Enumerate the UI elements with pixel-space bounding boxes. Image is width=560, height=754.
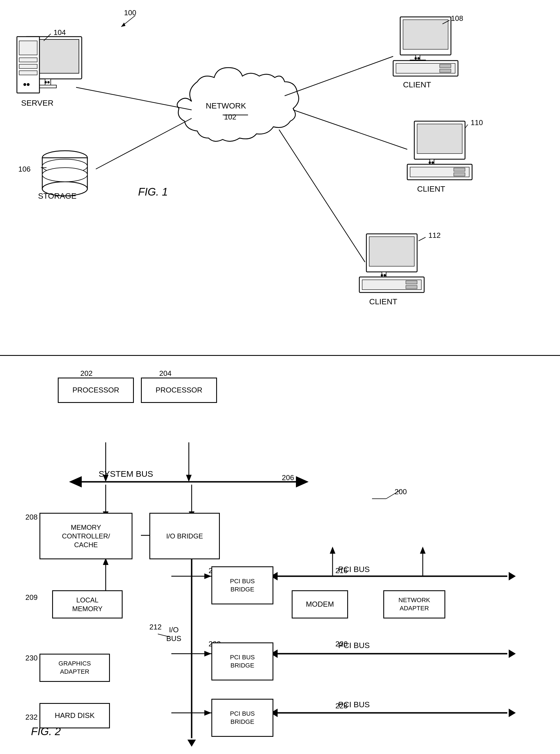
diagram-container: 100 104 SERVER 106 STORAGE NETWORK 102 1… <box>0 0 560 754</box>
fig2-graphics-adapter-box: GRAPHICSADAPTER <box>39 654 110 682</box>
fig1-label-client1: CLIENT <box>403 80 431 89</box>
svg-marker-95 <box>509 709 516 717</box>
svg-rect-9 <box>19 64 37 68</box>
fig2-pci-bus-bridge3-box: PCI BUSBRIDGE <box>212 699 273 737</box>
svg-rect-18 <box>400 17 451 55</box>
svg-rect-36 <box>454 168 465 171</box>
section-divider <box>0 355 560 356</box>
fig1-label-server: SERVER <box>21 99 54 108</box>
fig1-ref-102: 102 <box>224 113 236 121</box>
fig1-label-client2: CLIENT <box>417 185 445 193</box>
svg-rect-20 <box>416 55 420 61</box>
fig2-ref-200: 200 <box>395 487 407 496</box>
svg-marker-87 <box>204 651 212 656</box>
fig2-pci-bus3-label: PCI BUS <box>338 700 370 709</box>
svg-rect-7 <box>19 41 37 55</box>
svg-rect-30 <box>430 159 434 165</box>
svg-marker-62 <box>69 476 82 487</box>
svg-marker-90 <box>509 650 516 658</box>
svg-rect-39 <box>369 237 414 266</box>
svg-marker-85 <box>420 547 425 554</box>
svg-point-5 <box>47 81 49 83</box>
svg-line-48 <box>76 87 192 110</box>
svg-point-13 <box>42 151 87 165</box>
svg-marker-83 <box>330 547 335 554</box>
fig1-ref-106: 106 <box>18 165 31 174</box>
fig2-ref-206: 206 <box>282 473 294 482</box>
svg-marker-54 <box>121 23 125 27</box>
fig2-processor2-box: PROCESSOR <box>141 378 217 403</box>
svg-rect-46 <box>406 281 417 284</box>
svg-line-58 <box>465 125 468 128</box>
svg-rect-14 <box>42 158 87 189</box>
svg-line-53 <box>121 16 135 27</box>
fig2-ref-230: 230 <box>25 654 38 663</box>
fig2-processor1-box: PROCESSOR <box>58 378 134 403</box>
svg-line-51 <box>293 110 407 149</box>
svg-rect-25 <box>396 63 455 73</box>
fig1-ref-100: 100 <box>124 8 136 17</box>
svg-rect-44 <box>359 277 424 292</box>
svg-rect-47 <box>406 285 417 289</box>
svg-rect-26 <box>440 64 451 68</box>
svg-rect-21 <box>410 60 425 63</box>
svg-rect-0 <box>25 37 82 79</box>
svg-marker-81 <box>509 572 516 580</box>
svg-rect-6 <box>17 37 39 93</box>
svg-rect-37 <box>454 173 465 176</box>
svg-point-23 <box>417 57 420 59</box>
svg-point-42 <box>381 274 383 277</box>
fig2-local-memory-box: LOCALMEMORY <box>52 590 123 618</box>
fig2-modem-box: MODEM <box>292 590 348 618</box>
fig2-hard-disk-box: HARD DISK <box>39 703 110 728</box>
svg-rect-2 <box>45 79 51 86</box>
svg-point-16 <box>42 159 87 173</box>
fig1-ref-108: 108 <box>451 14 463 23</box>
fig1-label-storage: STORAGE <box>38 191 76 201</box>
svg-line-50 <box>285 56 393 96</box>
svg-rect-10 <box>19 71 37 75</box>
svg-rect-40 <box>382 272 386 278</box>
svg-point-32 <box>429 161 431 164</box>
fig1-ref-112: 112 <box>428 231 440 240</box>
svg-point-12 <box>27 83 29 86</box>
fig2-ref-232: 232 <box>25 713 38 721</box>
fig1-label-client3: CLIENT <box>369 297 397 306</box>
svg-line-57 <box>442 20 449 24</box>
fig2-io-bus-label: I/OBUS <box>166 626 181 643</box>
fig2-io-bridge-box: I/O BRIDGE <box>149 513 220 559</box>
svg-rect-29 <box>417 124 462 154</box>
fig2-network-adapter-box: NETWORKADAPTER <box>383 590 445 618</box>
svg-point-17 <box>42 168 87 182</box>
svg-rect-1 <box>28 39 79 73</box>
svg-point-43 <box>384 274 386 277</box>
fig1-label-network: NETWORK <box>206 101 246 110</box>
fig2-ref-209: 209 <box>25 593 38 602</box>
svg-line-49 <box>96 118 192 169</box>
svg-rect-19 <box>403 20 448 49</box>
svg-line-59 <box>419 237 425 241</box>
fig1-ref-110: 110 <box>471 118 483 127</box>
fig2-ref-202: 202 <box>80 369 93 378</box>
svg-marker-63 <box>296 476 308 487</box>
fig2-ref-204: 204 <box>159 369 171 378</box>
svg-line-55 <box>44 34 51 41</box>
svg-rect-41 <box>376 277 392 280</box>
svg-rect-3 <box>39 85 56 88</box>
svg-rect-27 <box>440 69 451 73</box>
fig2-pci-bus-bridge1-box: PCI BUSBRIDGE <box>212 566 273 604</box>
svg-rect-38 <box>366 234 417 272</box>
fig2-ref-212: 212 <box>149 623 161 631</box>
fig2-system-bus-label: SYSTEM BUS <box>99 469 153 479</box>
fig1-title: FIG. 1 <box>138 186 168 198</box>
fig1-svg <box>0 0 560 355</box>
fig2-ref-208: 208 <box>25 513 38 522</box>
fig2-pci-bus-bridge2-box: PCI BUSBRIDGE <box>212 643 273 680</box>
svg-marker-67 <box>186 475 192 482</box>
svg-point-33 <box>432 161 434 164</box>
svg-point-4 <box>44 81 47 83</box>
svg-marker-92 <box>204 710 212 716</box>
svg-rect-35 <box>410 167 469 177</box>
fig2-pci-bus1-label: PCI BUS <box>338 565 370 574</box>
svg-rect-34 <box>407 164 472 180</box>
